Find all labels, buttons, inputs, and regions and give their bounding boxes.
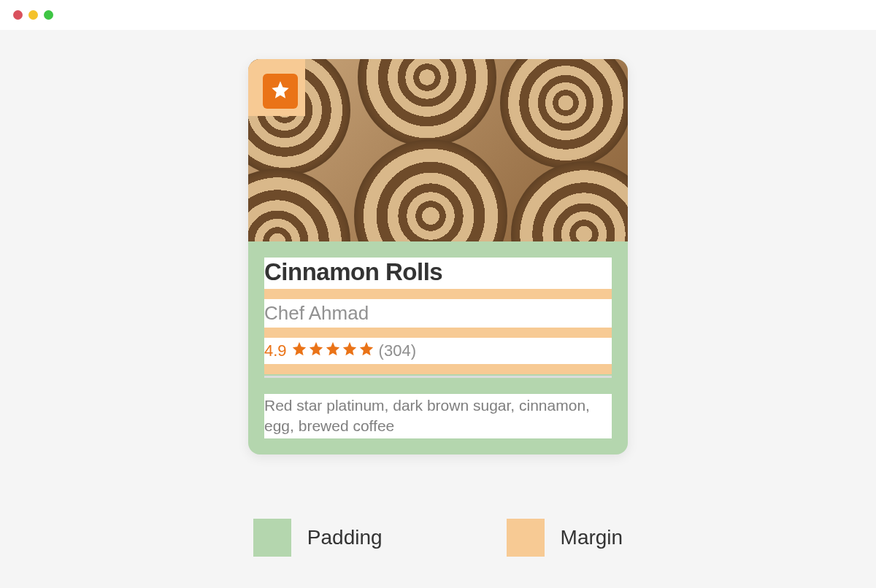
favorite-corner (248, 59, 305, 116)
legend: Padding Margin (253, 519, 623, 557)
margin-indicator (264, 289, 612, 299)
recipe-author: Chef Ahmad (264, 299, 612, 328)
margin-indicator (264, 364, 612, 374)
star-icon (358, 341, 374, 361)
padding-swatch (253, 519, 291, 557)
window-close-dot[interactable] (13, 10, 23, 20)
padding-indicator (264, 378, 612, 394)
margin-swatch (507, 519, 545, 557)
author-block: Chef Ahmad (264, 299, 612, 328)
rating-row: 4.9 (304) (264, 338, 612, 364)
cinnamon-swirls (248, 59, 628, 241)
ingredients-block: Red star platinum, dark brown sugar, cin… (264, 394, 612, 438)
star-icon (308, 341, 324, 361)
window-controls (0, 0, 876, 30)
rating-stars (291, 341, 374, 361)
window-minimize-dot[interactable] (28, 10, 38, 20)
star-icon (291, 341, 307, 361)
window-zoom-dot[interactable] (44, 10, 53, 20)
card-body: Cinnamon Rolls Chef Ahmad 4.9 (3 (248, 241, 628, 454)
canvas: Cinnamon Rolls Chef Ahmad 4.9 (3 (0, 30, 876, 588)
legend-label: Padding (307, 526, 383, 549)
recipe-card: Cinnamon Rolls Chef Ahmad 4.9 (3 (248, 59, 628, 454)
legend-item-padding: Padding (253, 519, 383, 557)
star-icon (270, 80, 291, 103)
legend-label: Margin (561, 526, 623, 549)
margin-indicator (264, 328, 612, 338)
star-icon (342, 341, 358, 361)
recipe-image (248, 59, 628, 241)
rating-block: 4.9 (304) (264, 338, 612, 364)
legend-item-margin: Margin (507, 519, 623, 557)
star-icon (325, 341, 341, 361)
title-block: Cinnamon Rolls (264, 258, 612, 289)
rating-count: (304) (379, 341, 416, 360)
favorite-button[interactable] (263, 74, 298, 109)
rating-value: 4.9 (264, 341, 287, 360)
recipe-ingredients: Red star platinum, dark brown sugar, cin… (264, 394, 612, 438)
recipe-title: Cinnamon Rolls (264, 258, 612, 289)
